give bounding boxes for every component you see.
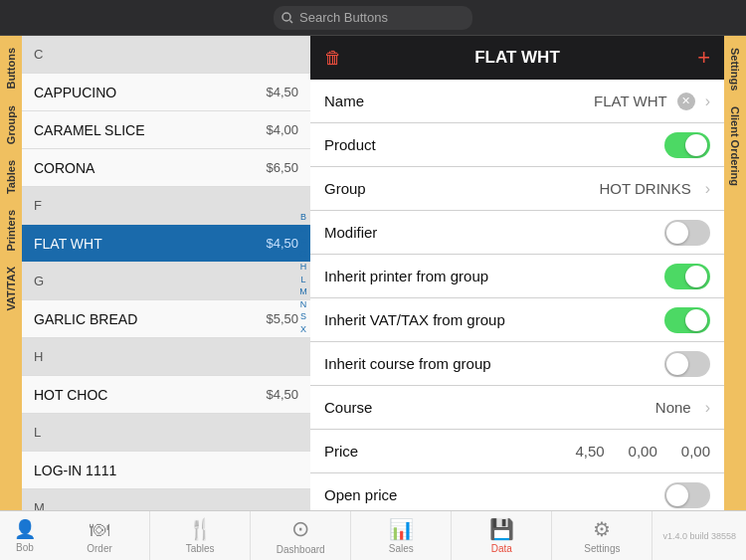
tables-icon: 🍴: [188, 517, 213, 541]
right-panel: 🗑 FLAT WHT + Name FLAT WHT ✕ › Product: [310, 36, 724, 510]
name-chevron: ›: [705, 93, 710, 110]
inherit-vat-label: Inherit VAT/TAX from group: [324, 311, 505, 328]
clear-name-button[interactable]: ✕: [677, 93, 695, 110]
tab-order[interactable]: 🍽 Order: [50, 511, 150, 560]
alpha-c[interactable]: C: [300, 223, 307, 236]
course-row: Course None ›: [310, 386, 724, 430]
group-chevron: ›: [705, 180, 710, 198]
tab-data-label: Data: [491, 543, 512, 554]
alpha-m[interactable]: M: [299, 285, 307, 298]
tab-dashboard[interactable]: ⊙ Dashboard: [251, 511, 351, 560]
bottom-bar: 👤 Bob 🍽 Order 🍴 Tables ⊙ Dashboard 📊 Sal…: [0, 510, 746, 560]
price-3[interactable]: 0,00: [681, 443, 710, 460]
group-row: Group HOT DRINKS ›: [310, 167, 724, 211]
price-2[interactable]: 0,00: [629, 443, 657, 460]
list-container: C CAPPUCINO$4,50 CARAMEL SLICE$4,00 CORO…: [22, 36, 310, 510]
version-text: v1.4.0 build 38558: [653, 511, 746, 560]
tab-sales[interactable]: 📊 Sales: [351, 511, 452, 560]
price-label: Price: [324, 443, 483, 460]
name-row: Name FLAT WHT ✕ ›: [310, 80, 724, 123]
list-item: G: [22, 263, 310, 300]
inherit-printer-toggle[interactable]: [664, 264, 710, 289]
right-tab-client-ordering[interactable]: Client Ordering: [727, 98, 743, 194]
left-tab-groups[interactable]: Groups: [3, 97, 19, 152]
order-icon: 🍽: [90, 518, 109, 541]
top-bar: Search Buttons: [0, 0, 746, 36]
name-label: Name: [324, 93, 483, 109]
left-panel: C CAPPUCINO$4,50 CARAMEL SLICE$4,00 CORO…: [22, 36, 310, 510]
product-label: Product: [324, 136, 483, 153]
inherit-printer-label: Inherit printer from group: [324, 268, 488, 284]
list-item: H: [22, 338, 310, 376]
list-item[interactable]: LOG-IN 1111: [22, 452, 310, 489]
alpha-x[interactable]: X: [300, 323, 306, 336]
list-item[interactable]: GARLIC BREAD$5,50: [22, 300, 310, 338]
group-value: HOT DRINKS: [483, 180, 695, 197]
alpha-f[interactable]: F: [300, 236, 306, 249]
list-item: M: [22, 489, 310, 510]
alpha-b[interactable]: B: [300, 211, 306, 224]
inherit-vat-toggle[interactable]: [664, 307, 710, 333]
inherit-printer-row: Inherit printer from group: [310, 255, 724, 298]
list-item[interactable]: CARAMEL SLICE$4,00: [22, 111, 310, 149]
alpha-n[interactable]: N: [300, 298, 307, 311]
detail-title: FLAT WHT: [474, 48, 560, 68]
tab-tables[interactable]: 🍴 Tables: [150, 511, 251, 560]
course-value: None: [483, 399, 695, 416]
price-cells: 4,50 0,00 0,00: [575, 443, 710, 460]
settings-icon: ⚙: [593, 517, 611, 541]
svg-line-1: [290, 20, 293, 23]
product-toggle[interactable]: [664, 132, 710, 158]
tab-settings[interactable]: ⚙ Settings: [552, 511, 653, 560]
add-button[interactable]: +: [697, 45, 710, 71]
left-tab-tables[interactable]: Tables: [3, 152, 19, 202]
list-item: L: [22, 414, 310, 452]
search-icon: [281, 12, 293, 24]
delete-button[interactable]: 🗑: [324, 48, 342, 69]
list-item: C: [22, 36, 310, 74]
search-placeholder: Search Buttons: [299, 10, 388, 25]
modifier-toggle[interactable]: [664, 220, 710, 246]
left-tab-vattax[interactable]: VAT/TAX: [3, 259, 19, 319]
open-price-label: Open price: [324, 486, 483, 503]
list-item[interactable]: CORONA$6,50: [22, 149, 310, 187]
alpha-h[interactable]: H: [300, 261, 307, 274]
data-icon: 💾: [489, 517, 514, 541]
alpha-s[interactable]: S: [300, 310, 306, 323]
tab-sales-label: Sales: [389, 543, 414, 554]
name-value: FLAT WHT: [483, 93, 671, 109]
left-tab-printers[interactable]: Printers: [3, 202, 19, 260]
inherit-course-label: Inherit course from group: [324, 355, 491, 372]
right-tab-settings[interactable]: Settings: [727, 40, 743, 98]
tab-data[interactable]: 💾 Data: [452, 511, 552, 560]
open-price-toggle[interactable]: [664, 482, 710, 508]
left-tab-buttons[interactable]: Buttons: [3, 40, 19, 97]
user-info: 👤 Bob: [0, 511, 50, 560]
tab-tables-label: Tables: [186, 543, 215, 554]
left-tabs: Buttons Groups Tables Printers VAT/TAX: [0, 36, 22, 510]
tab-settings-label: Settings: [584, 543, 620, 554]
modifier-label: Modifier: [324, 224, 483, 241]
price-1[interactable]: 4,50: [575, 443, 604, 460]
modifier-row: Modifier: [310, 211, 724, 255]
dashboard-icon: ⊙: [291, 516, 309, 542]
alpha-index[interactable]: B C F G H L M N S X: [296, 36, 310, 510]
alpha-l[interactable]: L: [300, 274, 305, 286]
svg-point-0: [282, 13, 290, 21]
sales-icon: 📊: [389, 517, 414, 541]
inherit-vat-row: Inherit VAT/TAX from group: [310, 298, 724, 342]
inherit-course-row: Inherit course from group: [310, 342, 724, 386]
alpha-g[interactable]: G: [299, 248, 306, 261]
price-row: Price 4,50 0,00 0,00: [310, 430, 724, 473]
right-tabs: Settings Client Ordering: [724, 36, 746, 510]
list-item[interactable]: HOT CHOC$4,50: [22, 376, 310, 414]
product-row: Product: [310, 123, 724, 167]
tab-dashboard-label: Dashboard: [277, 544, 325, 555]
list-item-selected[interactable]: FLAT WHT$4,50: [22, 225, 310, 263]
list-item[interactable]: CAPPUCINO$4,50: [22, 74, 310, 111]
tab-order-label: Order: [87, 543, 112, 554]
search-bar[interactable]: Search Buttons: [274, 6, 472, 30]
course-chevron: ›: [705, 399, 710, 417]
user-name: Bob: [16, 542, 34, 553]
inherit-course-toggle[interactable]: [664, 351, 710, 377]
